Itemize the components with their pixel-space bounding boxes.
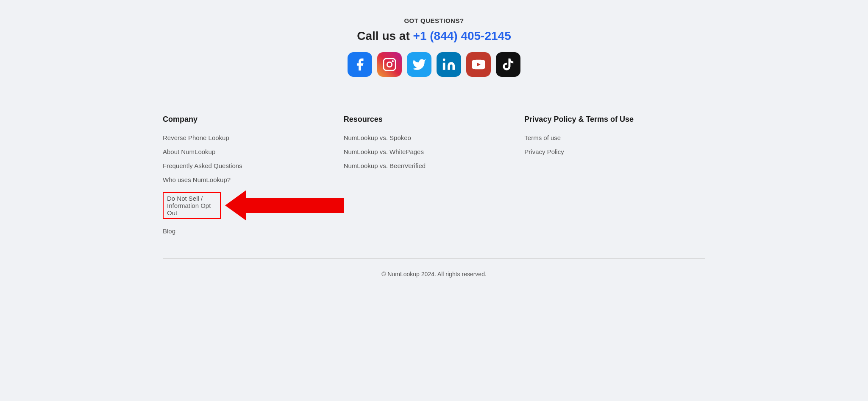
privacy-policy-link[interactable]: Privacy Policy [524,148,705,155]
svg-point-1 [387,62,392,67]
twitter-icon[interactable] [407,52,431,77]
blog-link[interactable]: Blog [163,227,344,235]
spokeo-link[interactable]: NumLookup vs. Spokeo [344,134,525,141]
facebook-icon[interactable] [348,52,372,77]
top-section: GOT QUESTIONS? Call us at +1 (844) 405-2… [137,17,731,77]
faq-link[interactable]: Frequently Asked Questions [163,162,344,169]
company-title: Company [163,115,344,124]
got-questions-label: GOT QUESTIONS? [137,17,731,24]
footer-columns: Company Reverse Phone Lookup About NumLo… [137,98,731,258]
phone-number[interactable]: +1 (844) 405-2145 [413,29,511,42]
instagram-icon[interactable] [377,52,402,77]
call-us-section: Call us at +1 (844) 405-2145 [137,29,731,43]
company-column: Company Reverse Phone Lookup About NumLo… [163,115,344,241]
tiktok-icon[interactable] [496,52,520,77]
resources-title: Resources [344,115,525,124]
linkedin-icon[interactable] [437,52,461,77]
svg-rect-0 [384,59,395,70]
privacy-column: Privacy Policy & Terms of Use Terms of u… [524,115,705,241]
whitepages-link[interactable]: NumLookup vs. WhitePages [344,148,525,155]
page-wrapper: GOT QUESTIONS? Call us at +1 (844) 405-2… [137,17,731,286]
do-not-sell-row: Do Not Sell / Information Opt Out [163,190,344,221]
svg-rect-3 [443,63,445,70]
svg-point-4 [443,59,445,61]
resources-column: Resources NumLookup vs. Spokeo NumLookup… [344,115,525,241]
youtube-icon[interactable] [466,52,491,77]
red-arrow [225,190,344,221]
copyright: © NumLookup 2024. All rights reserved. [381,259,487,286]
arrow-head [225,190,246,221]
arrow-body [246,198,344,213]
terms-of-use-link[interactable]: Terms of use [524,134,705,141]
svg-point-2 [392,60,394,62]
about-link[interactable]: About NumLookup [163,148,344,155]
do-not-sell-link[interactable]: Do Not Sell / Information Opt Out [163,192,221,219]
reverse-phone-link[interactable]: Reverse Phone Lookup [163,134,344,141]
privacy-title: Privacy Policy & Terms of Use [524,115,705,124]
beenverified-link[interactable]: NumLookup vs. BeenVerified [344,162,525,169]
call-us-text: Call us at [357,29,413,42]
who-uses-link[interactable]: Who uses NumLookup? [163,176,344,183]
social-icons-group [137,52,731,77]
